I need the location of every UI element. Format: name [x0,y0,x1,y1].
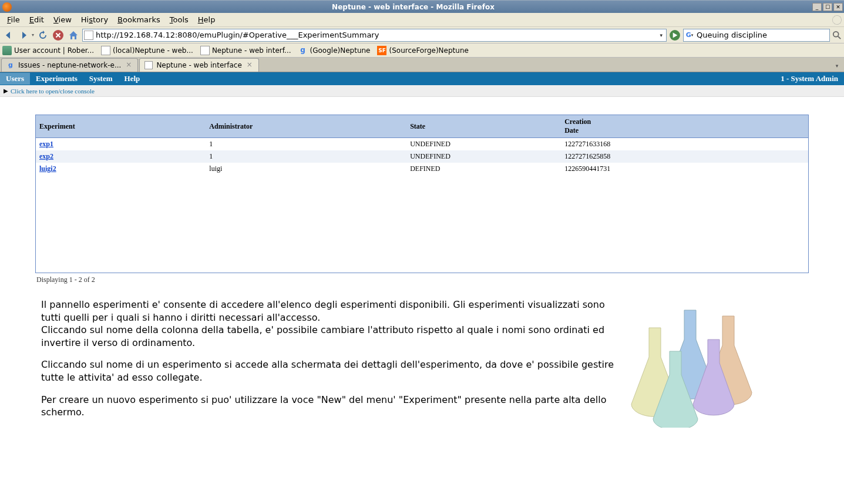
url-bar[interactable]: ▾ [82,29,667,42]
experiment-link[interactable]: luigi2 [39,164,56,173]
new-tab-dropdown[interactable]: ▾ [831,60,843,72]
bookmark-local-neptune[interactable]: (local)Neptune - web... [101,46,193,55]
menu-tools[interactable]: Tools [165,14,193,25]
col-state[interactable]: State [406,115,561,138]
help-text: Il pannello esperimenti e' consente di a… [41,298,617,428]
back-button[interactable] [2,29,15,42]
stop-button[interactable] [52,29,65,42]
svg-point-1 [833,31,839,36]
cell-admin: luigi [206,163,406,175]
google-icon: g [298,46,308,55]
home-button[interactable] [67,29,80,42]
menu-bookmarks[interactable]: Bookmarks [113,14,165,25]
cell-state: UNDEFINED [406,138,561,151]
app-menu-system[interactable]: System [83,73,119,85]
browser-toolbar: ▾ ▾ G▾ [0,27,844,43]
cell-admin: 1 [206,138,406,151]
menu-edit[interactable]: Edit [25,14,49,25]
app-menubar: Users Experiments System Help 1 - System… [0,72,844,85]
table-row: luigi2luigiDEFINED1226590441731 [36,163,808,175]
tab-close-icon[interactable]: × [246,61,254,69]
sourceforge-icon: SF [377,46,386,55]
flasks-illustration [617,298,769,428]
search-submit-button[interactable] [832,31,842,40]
cell-admin: 1 [206,150,406,163]
page-icon [101,46,110,55]
close-button[interactable]: ✕ [833,3,843,11]
table-pager: Displaying 1 - 2 of 2 [35,273,809,287]
reload-button[interactable] [36,29,49,42]
triangle-right-icon: ▶ [4,88,8,94]
tab-issues[interactable]: g Issues - neptune-network-e... × [1,58,138,72]
console-toggle[interactable]: ▶ Click here to open/close console [0,85,844,97]
cell-date: 1226590441731 [561,163,808,175]
forward-button[interactable] [18,29,31,42]
menu-history[interactable]: History [76,14,113,25]
bookmark-toolbar: User account | Rober... (local)Neptune -… [0,43,844,58]
page-icon [200,46,210,55]
cell-date: 1227271625858 [561,150,808,163]
col-administrator[interactable]: Administrator [206,115,406,138]
col-creation-date[interactable]: CreationDate [561,115,808,138]
tab-close-icon[interactable]: × [125,61,133,69]
bookmark-neptune-web[interactable]: Neptune - web interf... [200,46,291,55]
go-button[interactable] [669,29,681,41]
menu-file[interactable]: File [2,14,25,25]
experiment-link[interactable]: exp2 [39,152,53,160]
person-icon [2,46,12,55]
search-input[interactable] [694,31,828,39]
window-title: Neptune - web interface - Mozilla Firefo… [14,3,812,11]
google-icon: g [6,61,15,69]
cell-state: UNDEFINED [406,150,561,163]
cell-date: 1227271633168 [561,138,808,151]
experiment-table: Experiment Administrator State CreationD… [36,115,808,175]
browser-menubar: File Edit View History Bookmarks Tools H… [0,13,844,27]
cell-state: DEFINED [406,163,561,175]
table-row: exp11UNDEFINED1227271633168 [36,138,808,151]
col-experiment[interactable]: Experiment [36,115,206,138]
minimize-button[interactable]: _ [812,3,822,11]
menu-view[interactable]: View [49,14,76,25]
experiment-link[interactable]: exp1 [39,140,53,148]
app-menu-help[interactable]: Help [119,73,146,85]
tab-strip: g Issues - neptune-network-e... × Neptun… [0,58,844,72]
page-favicon-icon [84,31,93,40]
search-bar[interactable]: G▾ [683,29,830,42]
page-content: Users Experiments System Help 1 - System… [0,72,844,504]
experiment-table-container: Experiment Administrator State CreationD… [35,115,809,273]
app-menu-users[interactable]: Users [0,73,30,85]
activity-indicator-icon [832,15,842,25]
bookmark-google-neptune[interactable]: g(Google)Neptune [298,46,371,55]
app-menu-experiments[interactable]: Experiments [30,73,83,85]
tab-neptune[interactable]: Neptune - web interface × [139,58,258,72]
page-icon [144,61,153,69]
app-user-label: 1 - System Admin [781,74,844,83]
maximize-button[interactable]: ☐ [823,3,832,11]
stop-icon [53,30,63,41]
menu-help[interactable]: Help [193,14,220,25]
bookmark-user-account[interactable]: User account | Rober... [2,46,94,55]
window-titlebar: Neptune - web interface - Mozilla Firefo… [0,0,844,13]
search-engine-icon[interactable]: G▾ [685,31,694,40]
history-dropdown-icon[interactable]: ▾ [32,32,34,38]
url-dropdown-icon[interactable]: ▾ [657,32,665,38]
bookmark-sf-neptune[interactable]: SF(SourceForge)Neptune [377,46,468,55]
firefox-icon [2,2,12,12]
table-row: exp21UNDEFINED1227271625858 [36,150,808,163]
url-input[interactable] [96,31,657,39]
svg-line-2 [838,36,840,38]
